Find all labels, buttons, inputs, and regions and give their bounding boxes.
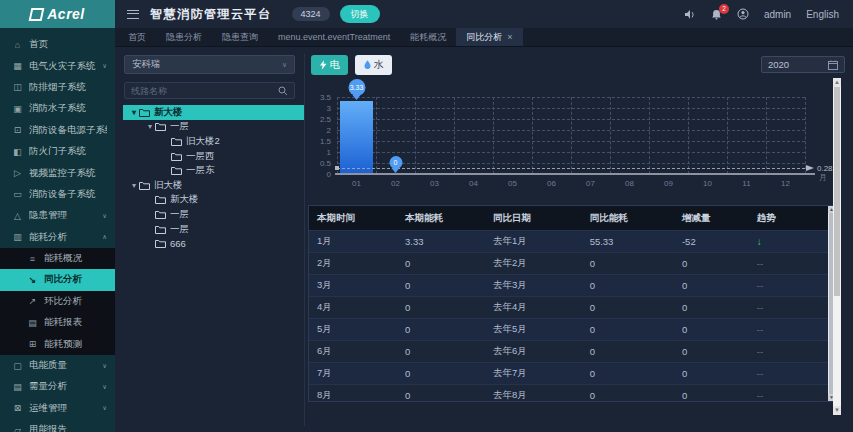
sidebar-item-demand-analysis[interactable]: ▤需量分析∨ xyxy=(0,376,115,397)
scroll-up-icon[interactable]: ▲ xyxy=(833,78,841,87)
sidebar-item-smoke-control[interactable]: ◫防排烟子系统 xyxy=(0,77,115,98)
tab-3[interactable]: menu.event.eventTreatment xyxy=(268,28,400,46)
tree-node[interactable]: ▾一层 xyxy=(123,120,304,135)
expand-arrow-icon[interactable]: ▾ xyxy=(129,108,139,117)
table-row[interactable]: 3月0去年3月00-- xyxy=(309,275,828,297)
sidebar-item-electrical-fire[interactable]: ▦电气火灾子系统∨ xyxy=(0,55,115,76)
sidebar-item-energy-usage-report[interactable]: ▱用能报告 xyxy=(0,419,115,432)
column-header: 本期时间 xyxy=(309,206,397,231)
header-right: 2 admin English xyxy=(684,8,853,20)
search-input[interactable] xyxy=(131,86,278,96)
sidebar-item-home[interactable]: ⌂首页 xyxy=(0,34,115,55)
electric-tab-button[interactable]: 电 xyxy=(311,55,348,75)
table-cell: -- xyxy=(749,253,828,275)
year-picker-value: 2020 xyxy=(768,59,789,70)
yoy-table: 本期时间本期能耗同比日期同比能耗增减量趋势 1月3.33去年1月55.33-52… xyxy=(308,205,836,402)
table-cell: ↓ xyxy=(749,231,828,253)
table-row[interactable]: 1月3.33去年1月55.33-52↓ xyxy=(309,231,828,253)
y-axis-tick: 3.5 xyxy=(320,93,331,102)
table-cell: 0 xyxy=(397,385,485,403)
sidebar-item-energy-overview[interactable]: ≡能耗概况 xyxy=(0,248,115,269)
folder-icon xyxy=(139,108,150,117)
folder-icon xyxy=(171,166,182,175)
close-tab-icon[interactable]: × xyxy=(507,32,512,42)
table-row[interactable]: 4月0去年4月00-- xyxy=(309,297,828,319)
project-select[interactable]: 安科瑞 ∨ xyxy=(124,55,295,74)
tree-node[interactable]: 666 xyxy=(123,236,304,251)
tree-node-label: 一层 xyxy=(170,208,189,221)
tab-2[interactable]: 隐患查询 xyxy=(212,28,268,46)
sidebar-item-energy-report[interactable]: ▤能耗报表 xyxy=(0,312,115,333)
data-point-bubble: 3.33 xyxy=(348,79,365,96)
line-search[interactable] xyxy=(124,82,295,99)
sidebar-item-fire-equipment-power[interactable]: ⊡消防设备电源子系统 xyxy=(0,120,115,141)
switch-button[interactable]: 切换 xyxy=(340,5,380,23)
tab-1[interactable]: 隐患分析 xyxy=(156,28,212,46)
tree-node[interactable]: ▾旧大楼 xyxy=(123,178,304,193)
voice-broadcast-icon[interactable] xyxy=(684,9,696,20)
tab-5[interactable]: 同比分析× xyxy=(456,28,522,46)
tree-node-label: 旧大楼 xyxy=(154,179,183,192)
trend-flat-label: -- xyxy=(757,346,763,357)
table-cell: 0 xyxy=(397,275,485,297)
notification-bell-icon[interactable]: 2 xyxy=(711,9,722,20)
year-picker[interactable]: 2020 xyxy=(761,56,845,73)
table-cell: 去年7月 xyxy=(485,363,582,385)
table-row[interactable]: 7月0去年7月00-- xyxy=(309,363,828,385)
acrel-logo-icon xyxy=(29,8,45,21)
table-cell: -- xyxy=(749,319,828,341)
tab-0[interactable]: 首页 xyxy=(118,28,156,46)
sidebar-item-om-management[interactable]: ⊠运维管理∨ xyxy=(0,398,115,419)
sidebar-item-energy-forecast[interactable]: ⊞能耗预测 xyxy=(0,333,115,354)
logo-text: Acrel xyxy=(47,6,85,22)
expand-arrow-icon[interactable]: ▾ xyxy=(145,122,155,131)
page-scrollbar[interactable]: ▲ ▼ xyxy=(833,78,841,415)
sidebar-item-fire-water[interactable]: ▣消防水子系统 xyxy=(0,98,115,119)
table-row[interactable]: 5月0去年5月00-- xyxy=(309,319,828,341)
x-axis-tick: 12 xyxy=(781,179,790,188)
table-cell: 0 xyxy=(397,363,485,385)
trend-flat-label: -- xyxy=(757,368,763,379)
sidebar-item-fire-equipment[interactable]: ▭消防设备子系统 xyxy=(0,184,115,205)
tree-node[interactable]: 一层东 xyxy=(123,163,304,178)
collapse-menu-icon[interactable] xyxy=(127,10,139,19)
water-tab-button[interactable]: 水 xyxy=(355,55,392,75)
tree-node[interactable]: ▾新大楼 xyxy=(123,105,304,120)
tree-node[interactable]: 一层 xyxy=(123,207,304,222)
sidebar-item-video-surveillance[interactable]: ▷视频监控子系统 xyxy=(0,162,115,183)
expand-arrow-icon[interactable]: ▾ xyxy=(129,181,139,190)
sidebar-item-hazard-management[interactable]: △隐患管理∨ xyxy=(0,205,115,226)
table-row[interactable]: 8月0去年8月00-- xyxy=(309,385,828,403)
table-row[interactable]: 6月0去年6月00-- xyxy=(309,341,828,363)
project-select-value: 安科瑞 xyxy=(132,58,161,71)
username-label[interactable]: admin xyxy=(764,9,791,20)
tree-node-label: 一层 xyxy=(170,120,189,133)
scroll-down-icon[interactable]: ▼ xyxy=(833,406,841,415)
tab-4[interactable]: 能耗概况 xyxy=(400,28,456,46)
table-cell: 0 xyxy=(582,341,674,363)
tree-node[interactable]: 旧大楼2 xyxy=(123,134,304,149)
table-row[interactable]: 2月0去年2月00-- xyxy=(309,253,828,275)
sidebar-item-fire-door[interactable]: ◧防火门子系统 xyxy=(0,141,115,162)
tree-node-label: 666 xyxy=(170,238,186,249)
sidebar-item-yoy-analysis[interactable]: ↘同比分析 xyxy=(0,269,115,290)
folder-icon xyxy=(155,122,166,131)
user-avatar-icon[interactable] xyxy=(737,8,749,20)
language-switcher[interactable]: English xyxy=(806,9,839,20)
bar-month-01[interactable] xyxy=(340,101,373,174)
sidebar-item-label: 电气火灾子系统 xyxy=(29,60,98,73)
search-icon[interactable] xyxy=(278,86,288,96)
sidebar-item-mom-analysis[interactable]: ↗环比分析 xyxy=(0,291,115,312)
tree-node[interactable]: 一层 xyxy=(123,222,304,237)
page-scrollbar-thumb[interactable] xyxy=(834,87,840,296)
line-tree-panel: 安科瑞 ∨ ▾新大楼▾一层旧大楼2一层西一层东▾旧大楼新大楼一层一层666 xyxy=(123,54,305,426)
sidebar-item-label: 能耗分析 xyxy=(29,231,98,244)
folder-icon xyxy=(155,210,166,219)
sidebar-item-power-quality[interactable]: ▢电能质量∨ xyxy=(0,355,115,376)
table-cell: 6月 xyxy=(309,341,397,363)
folder-icon xyxy=(155,239,166,248)
tree-node[interactable]: 一层西 xyxy=(123,149,304,164)
sidebar-item-energy-analysis[interactable]: ▥能耗分析∧ xyxy=(0,227,115,248)
tree-node[interactable]: 新大楼 xyxy=(123,193,304,208)
y-axis-tick: 0.5 xyxy=(320,159,331,168)
